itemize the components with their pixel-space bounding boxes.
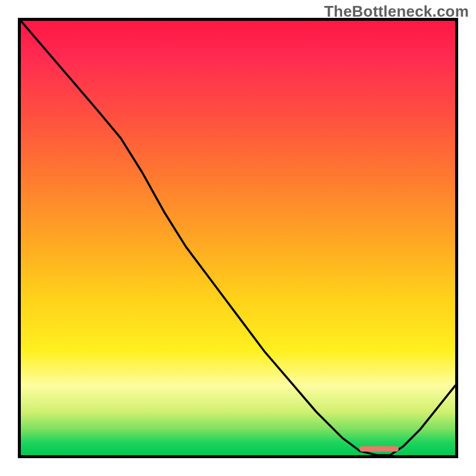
chart-plot-area bbox=[18, 18, 458, 458]
watermark-text: TheBottleneck.com bbox=[324, 2, 469, 21]
chart-curve bbox=[21, 21, 455, 455]
optimal-range-marker bbox=[359, 446, 399, 452]
